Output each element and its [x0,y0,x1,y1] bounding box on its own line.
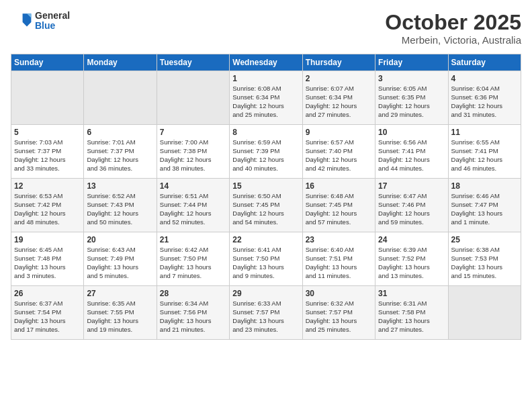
page-header: General Blue October 2025 Merbein, Victo… [11,11,521,46]
day-info: Sunrise: 6:46 AM Sunset: 7:47 PM Dayligh… [451,192,518,226]
calendar-week-2: 5Sunrise: 7:03 AM Sunset: 7:37 PM Daylig… [11,125,521,179]
calendar-cell: 27Sunrise: 6:35 AM Sunset: 7:55 PM Dayli… [84,286,157,340]
calendar-week-4: 19Sunrise: 6:45 AM Sunset: 7:48 PM Dayli… [11,232,521,286]
calendar-cell: 6Sunrise: 7:01 AM Sunset: 7:37 PM Daylig… [84,125,157,179]
day-info: Sunrise: 6:33 AM Sunset: 7:57 PM Dayligh… [232,300,299,334]
day-info: Sunrise: 6:59 AM Sunset: 7:39 PM Dayligh… [232,138,299,173]
calendar-cell: 21Sunrise: 6:42 AM Sunset: 7:50 PM Dayli… [157,232,229,286]
day-info: Sunrise: 6:32 AM Sunset: 7:57 PM Dayligh… [306,300,372,334]
day-number: 12 [14,181,81,191]
calendar-cell: 10Sunrise: 6:56 AM Sunset: 7:41 PM Dayli… [375,125,448,179]
calendar-cell: 1Sunrise: 6:08 AM Sunset: 6:34 PM Daylig… [230,71,302,125]
day-info: Sunrise: 6:34 AM Sunset: 7:56 PM Dayligh… [160,300,226,334]
logo-general: General [35,11,70,21]
logo-icon [11,11,32,30]
day-number: 30 [306,289,372,298]
calendar-cell: 24Sunrise: 6:39 AM Sunset: 7:52 PM Dayli… [375,232,448,286]
day-info: Sunrise: 7:00 AM Sunset: 7:38 PM Dayligh… [160,138,226,173]
logo: General Blue [11,11,70,32]
calendar-cell: 2Sunrise: 6:07 AM Sunset: 6:34 PM Daylig… [302,71,375,125]
calendar-header: SundayMondayTuesdayWednesdayThursdayFrid… [11,54,521,71]
day-info: Sunrise: 6:31 AM Sunset: 7:58 PM Dayligh… [378,300,445,334]
day-info: Sunrise: 6:07 AM Sunset: 6:34 PM Dayligh… [306,85,372,119]
calendar-cell [84,71,157,125]
calendar-week-5: 26Sunrise: 6:37 AM Sunset: 7:54 PM Dayli… [11,286,521,340]
day-number: 1 [232,74,299,83]
calendar-cell: 29Sunrise: 6:33 AM Sunset: 7:57 PM Dayli… [230,286,302,340]
calendar-body: 1Sunrise: 6:08 AM Sunset: 6:34 PM Daylig… [11,71,521,340]
weekday-header-tuesday: Tuesday [157,54,229,71]
day-number: 25 [451,235,518,244]
day-info: Sunrise: 6:53 AM Sunset: 7:42 PM Dayligh… [14,192,81,226]
day-number: 24 [378,235,445,244]
day-number: 4 [451,74,518,83]
calendar-cell: 28Sunrise: 6:34 AM Sunset: 7:56 PM Dayli… [157,286,229,340]
day-info: Sunrise: 6:42 AM Sunset: 7:50 PM Dayligh… [160,246,226,280]
calendar-cell: 4Sunrise: 6:04 AM Sunset: 6:36 PM Daylig… [448,71,521,125]
day-number: 27 [87,289,153,298]
day-info: Sunrise: 6:45 AM Sunset: 7:48 PM Dayligh… [14,246,81,280]
logo-text: General Blue [35,11,70,32]
weekday-header-row: SundayMondayTuesdayWednesdayThursdayFrid… [11,54,521,71]
day-info: Sunrise: 6:04 AM Sunset: 6:36 PM Dayligh… [451,85,518,119]
day-info: Sunrise: 6:56 AM Sunset: 7:41 PM Dayligh… [378,138,445,173]
day-info: Sunrise: 6:48 AM Sunset: 7:45 PM Dayligh… [306,192,372,226]
day-info: Sunrise: 6:08 AM Sunset: 6:34 PM Dayligh… [232,85,299,119]
day-number: 18 [451,181,518,191]
calendar-cell: 5Sunrise: 7:03 AM Sunset: 7:37 PM Daylig… [11,125,84,179]
calendar-cell: 14Sunrise: 6:51 AM Sunset: 7:44 PM Dayli… [157,179,229,232]
calendar-cell: 30Sunrise: 6:32 AM Sunset: 7:57 PM Dayli… [302,286,375,340]
day-info: Sunrise: 6:35 AM Sunset: 7:55 PM Dayligh… [87,300,153,334]
calendar-cell: 18Sunrise: 6:46 AM Sunset: 7:47 PM Dayli… [448,179,521,232]
weekday-header-wednesday: Wednesday [230,54,302,71]
day-info: Sunrise: 7:01 AM Sunset: 7:37 PM Dayligh… [87,138,153,173]
day-info: Sunrise: 6:43 AM Sunset: 7:49 PM Dayligh… [87,246,153,280]
calendar-cell: 31Sunrise: 6:31 AM Sunset: 7:58 PM Dayli… [375,286,448,340]
day-info: Sunrise: 7:03 AM Sunset: 7:37 PM Dayligh… [14,138,81,173]
day-info: Sunrise: 6:51 AM Sunset: 7:44 PM Dayligh… [160,192,226,226]
day-number: 7 [160,128,226,137]
day-info: Sunrise: 6:55 AM Sunset: 7:41 PM Dayligh… [451,138,518,173]
calendar-cell: 12Sunrise: 6:53 AM Sunset: 7:42 PM Dayli… [11,179,84,232]
calendar-week-3: 12Sunrise: 6:53 AM Sunset: 7:42 PM Dayli… [11,179,521,232]
calendar-table: SundayMondayTuesdayWednesdayThursdayFrid… [11,54,521,340]
day-number: 29 [232,289,299,298]
day-number: 2 [306,74,372,83]
day-info: Sunrise: 6:41 AM Sunset: 7:50 PM Dayligh… [232,246,299,280]
calendar-cell: 11Sunrise: 6:55 AM Sunset: 7:41 PM Dayli… [448,125,521,179]
day-info: Sunrise: 6:39 AM Sunset: 7:52 PM Dayligh… [378,246,445,280]
day-number: 5 [14,128,81,137]
calendar-cell: 17Sunrise: 6:47 AM Sunset: 7:46 PM Dayli… [375,179,448,232]
logo-blue: Blue [35,21,70,31]
day-number: 9 [306,128,372,137]
day-info: Sunrise: 6:40 AM Sunset: 7:51 PM Dayligh… [306,246,372,280]
day-info: Sunrise: 6:37 AM Sunset: 7:54 PM Dayligh… [14,300,81,334]
calendar-cell: 19Sunrise: 6:45 AM Sunset: 7:48 PM Dayli… [11,232,84,286]
day-number: 13 [87,181,153,191]
day-number: 28 [160,289,226,298]
calendar-cell: 26Sunrise: 6:37 AM Sunset: 7:54 PM Dayli… [11,286,84,340]
day-number: 16 [306,181,372,191]
location-title: Merbein, Victoria, Australia [385,34,521,46]
title-block: October 2025 Merbein, Victoria, Australi… [385,11,521,46]
weekday-header-sunday: Sunday [11,54,84,71]
calendar-cell: 15Sunrise: 6:50 AM Sunset: 7:45 PM Dayli… [230,179,302,232]
weekday-header-monday: Monday [84,54,157,71]
day-info: Sunrise: 6:47 AM Sunset: 7:46 PM Dayligh… [378,192,445,226]
day-number: 21 [160,235,226,244]
day-number: 15 [232,181,299,191]
month-title: October 2025 [385,11,521,34]
weekday-header-thursday: Thursday [302,54,375,71]
weekday-header-friday: Friday [375,54,448,71]
day-number: 8 [232,128,299,137]
day-number: 10 [378,128,445,137]
day-number: 6 [87,128,153,137]
day-number: 26 [14,289,81,298]
day-number: 20 [87,235,153,244]
day-number: 22 [232,235,299,244]
calendar-cell: 9Sunrise: 6:57 AM Sunset: 7:40 PM Daylig… [302,125,375,179]
day-info: Sunrise: 6:52 AM Sunset: 7:43 PM Dayligh… [87,192,153,226]
day-info: Sunrise: 6:05 AM Sunset: 6:35 PM Dayligh… [378,85,445,119]
day-number: 23 [306,235,372,244]
day-info: Sunrise: 6:50 AM Sunset: 7:45 PM Dayligh… [232,192,299,226]
